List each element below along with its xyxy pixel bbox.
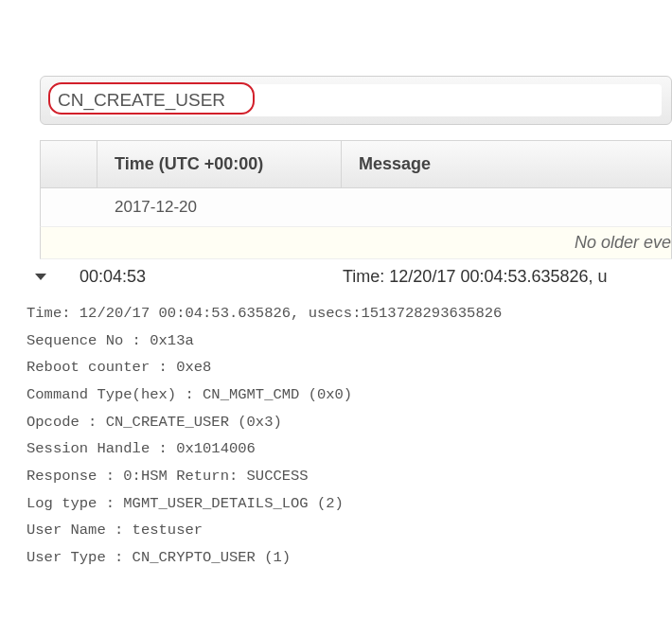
event-details: Time: 12/20/17 00:04:53.635826, usecs:15… <box>25 294 672 572</box>
detail-line: User Name : testuser <box>27 517 670 544</box>
search-bar <box>40 76 672 125</box>
search-input-wrap <box>50 84 662 116</box>
table-header: Time (UTC +00:00) Message <box>40 140 672 188</box>
date-group-label: 2017-12-20 <box>97 188 214 226</box>
header-time[interactable]: Time (UTC +00:00) <box>97 141 342 187</box>
detail-line: Response : 0:HSM Return: SUCCESS <box>27 463 670 490</box>
detail-line: Sequence No : 0x13a <box>27 327 670 355</box>
event-message: Time: 12/20/17 00:04:53.635826, u <box>343 267 672 287</box>
detail-line: Reboot counter : 0xe8 <box>27 354 670 381</box>
event-row[interactable]: 00:04:53 Time: 12/20/17 00:04:53.635826,… <box>25 259 672 294</box>
date-group-row[interactable]: 2017-12-20 <box>40 188 672 227</box>
detail-line: User Type : CN_CRYPTO_USER (1) <box>27 544 670 572</box>
detail-line: Opcode : CN_CREATE_USER (0x3) <box>27 409 670 436</box>
log-viewer: Time (UTC +00:00) Message 2017-12-20 No … <box>0 0 672 572</box>
header-message[interactable]: Message <box>342 141 671 187</box>
date-expand-col <box>41 188 97 226</box>
detail-line: Session Handle : 0x1014006 <box>27 435 670 463</box>
detail-line: Time: 12/20/17 00:04:53.635826, usecs:15… <box>27 300 670 327</box>
search-input[interactable] <box>58 90 654 111</box>
detail-line: Log type : MGMT_USER_DETAILS_LOG (2) <box>27 490 670 518</box>
event-time: 00:04:53 <box>57 267 343 287</box>
chevron-down-icon <box>35 274 46 280</box>
header-expand-col <box>41 141 97 187</box>
expand-toggle[interactable] <box>25 274 57 280</box>
no-older-events: No older eve <box>40 227 672 259</box>
detail-line: Command Type(hex) : CN_MGMT_CMD (0x0) <box>27 381 670 409</box>
